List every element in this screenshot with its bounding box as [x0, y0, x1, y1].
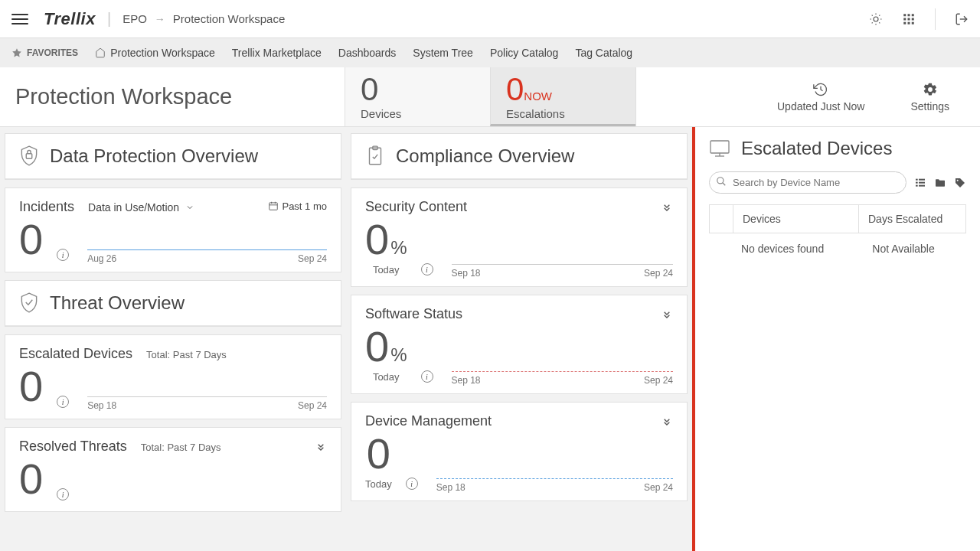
- svg-rect-25: [916, 181, 918, 183]
- range-selector[interactable]: Past 1 mo: [268, 201, 327, 212]
- summary-escalations[interactable]: 0NOW Escalations: [490, 67, 635, 126]
- clipboard-check-icon: [365, 145, 385, 168]
- software-status-title: Software Status: [365, 306, 462, 322]
- svg-line-22: [723, 183, 726, 186]
- escalations-count: 0NOW: [506, 73, 620, 106]
- incidents-sparkline: Aug 26Sep 24: [87, 230, 327, 261]
- monitor-icon: [709, 139, 730, 158]
- devices-count: 0: [361, 73, 475, 106]
- nav-system-tree[interactable]: System Tree: [413, 47, 473, 59]
- info-icon[interactable]: i: [57, 249, 69, 261]
- apps-icon[interactable]: [902, 12, 916, 26]
- escalations-label: Escalations: [506, 107, 620, 120]
- page-title: Protection Workspace: [0, 67, 345, 126]
- security-sparkline: Sep 18Sep 24: [452, 245, 674, 276]
- svg-rect-16: [370, 148, 381, 164]
- info-icon[interactable]: i: [421, 370, 433, 383]
- svg-rect-18: [710, 141, 729, 153]
- favorites-button[interactable]: FAVORITES: [11, 47, 78, 58]
- breadcrumb: EPO → Protection Workspace: [122, 12, 285, 25]
- range-label: Past 1 mo: [282, 201, 327, 212]
- list-view-icon[interactable]: [914, 177, 926, 189]
- software-sparkline: Sep 18Sep 24: [452, 352, 674, 383]
- separator: [935, 8, 936, 30]
- menu-button[interactable]: [11, 11, 28, 28]
- escalated-devices-header: Escalated Devices: [709, 138, 966, 159]
- svg-rect-7: [903, 21, 906, 24]
- svg-rect-6: [912, 18, 914, 20]
- chevron-double-down-icon[interactable]: [661, 201, 673, 214]
- nav-label: Tag Catalog: [575, 47, 632, 59]
- escalated-devices-title: Escalated Devices: [19, 346, 132, 362]
- search-icon: [716, 176, 727, 187]
- escalated-note: Total: Past 7 Days: [146, 349, 227, 360]
- nav-label: Dashboards: [338, 47, 397, 59]
- nav-policy-catalog[interactable]: Policy Catalog: [490, 47, 559, 59]
- updated-widget[interactable]: Updated Just Now: [777, 82, 864, 112]
- svg-rect-3: [912, 14, 914, 16]
- devices-label: Devices: [361, 107, 475, 120]
- chevron-double-down-icon[interactable]: [661, 416, 673, 428]
- svg-rect-9: [912, 21, 914, 24]
- nav-label: Policy Catalog: [490, 47, 559, 59]
- folder-icon[interactable]: [934, 177, 946, 189]
- nav-marketplace[interactable]: Trellix Marketplace: [232, 47, 322, 59]
- svg-rect-8: [908, 21, 910, 24]
- nav-label: Trellix Marketplace: [232, 47, 322, 59]
- info-icon[interactable]: i: [406, 478, 418, 490]
- shield-check-icon: [19, 292, 39, 315]
- info-icon[interactable]: i: [57, 396, 69, 408]
- chevron-double-down-icon[interactable]: [315, 441, 327, 453]
- col-days[interactable]: Days Escalated: [858, 205, 965, 233]
- breadcrumb-page[interactable]: Protection Workspace: [173, 12, 285, 25]
- arrow-icon: →: [155, 13, 165, 25]
- breadcrumb-root[interactable]: EPO: [122, 12, 147, 25]
- settings-label: Settings: [910, 100, 949, 112]
- svg-rect-28: [919, 184, 925, 186]
- header-text: Threat Overview: [50, 292, 185, 314]
- col-devices[interactable]: Devices: [733, 205, 858, 233]
- svg-point-0: [874, 17, 878, 21]
- logout-icon[interactable]: [955, 12, 969, 26]
- nav-protection-workspace[interactable]: Protection Workspace: [95, 47, 215, 59]
- compliance-header: Compliance Overview: [351, 134, 687, 179]
- summary-devices[interactable]: 0 Devices: [345, 67, 490, 126]
- chevron-double-down-icon[interactable]: [661, 308, 673, 321]
- info-icon[interactable]: i: [421, 263, 433, 276]
- shield-icon: [19, 145, 39, 168]
- resolved-value: 0: [19, 458, 43, 500]
- security-content-title: Security Content: [365, 199, 467, 215]
- svg-point-21: [717, 178, 724, 184]
- svg-rect-4: [903, 18, 906, 20]
- svg-rect-11: [26, 154, 32, 158]
- info-icon[interactable]: i: [57, 488, 69, 500]
- updated-label: Updated Just Now: [777, 100, 864, 112]
- separator: |: [107, 10, 111, 28]
- brand-logo: Trellix: [44, 9, 96, 29]
- escalated-sparkline: Sep 18Sep 24: [87, 377, 327, 408]
- svg-rect-27: [916, 184, 918, 186]
- device-value: 0: [367, 432, 390, 475]
- settings-widget[interactable]: Settings: [910, 82, 949, 112]
- theme-icon[interactable]: [869, 12, 883, 26]
- incidents-title: Incidents: [19, 199, 74, 215]
- svg-rect-1: [903, 14, 906, 16]
- tag-icon[interactable]: [954, 177, 966, 189]
- calendar-icon: [268, 201, 279, 211]
- nav-dashboards[interactable]: Dashboards: [338, 47, 397, 59]
- today-label: Today: [373, 371, 400, 383]
- table-empty-row: No devices found Not Available: [709, 233, 966, 264]
- search-input[interactable]: [709, 171, 906, 194]
- incidents-filter-dropdown[interactable]: Data in Use/Motion: [88, 201, 194, 214]
- svg-point-29: [957, 179, 959, 181]
- svg-rect-2: [908, 14, 910, 16]
- escalated-value: 0: [19, 365, 43, 408]
- favorites-label: FAVORITES: [27, 47, 78, 58]
- data-protection-header: Data Protection Overview: [5, 134, 341, 179]
- table-header: Devices Days Escalated: [709, 204, 966, 233]
- chevron-down-icon: [185, 203, 194, 212]
- nav-label: Protection Workspace: [110, 47, 215, 59]
- resolved-threats-title: Resolved Threats: [19, 439, 127, 455]
- today-label: Today: [373, 264, 400, 276]
- nav-tag-catalog[interactable]: Tag Catalog: [575, 47, 632, 59]
